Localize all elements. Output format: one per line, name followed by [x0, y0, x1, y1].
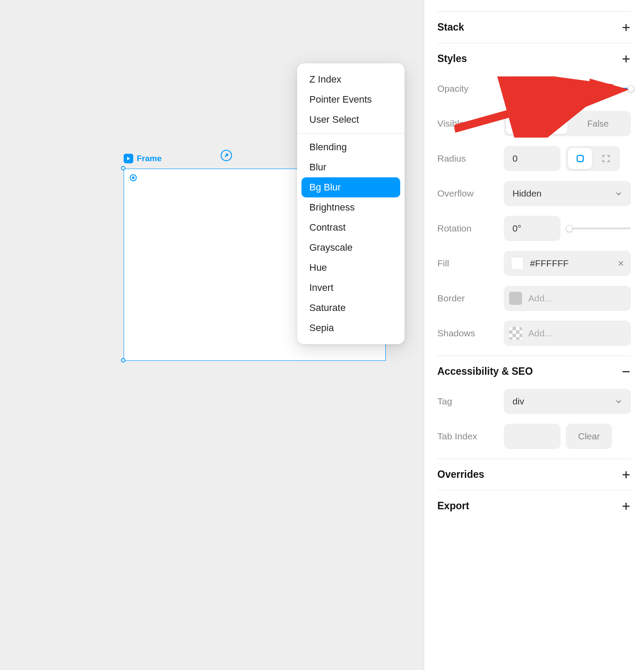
- close-icon[interactable]: ×: [618, 257, 624, 269]
- fill-value: #FFFFFF: [530, 258, 612, 269]
- resize-handle-top-left[interactable]: [121, 166, 125, 170]
- menu-item-contrast[interactable]: Contrast: [297, 218, 405, 238]
- tag-label: Tag: [437, 396, 499, 407]
- tab-index-clear-button[interactable]: Clear: [566, 424, 612, 449]
- corners-icon: [601, 154, 611, 163]
- shadows-add-button[interactable]: Add...: [504, 321, 631, 346]
- visible-toggle: True False: [504, 111, 631, 136]
- stack-title: Stack: [437, 21, 464, 33]
- accessibility-section: Accessibility & SEO Tag div Tab Index Cl…: [437, 356, 631, 459]
- rotation-row: Rotation: [437, 216, 631, 241]
- play-icon: [124, 154, 133, 163]
- tab-index-row: Tab Index Clear: [437, 424, 631, 449]
- tab-index-input[interactable]: [504, 424, 561, 449]
- rotation-label: Rotation: [437, 223, 499, 234]
- tab-index-label: Tab Index: [437, 431, 499, 442]
- styles-section: Styles Opacity Visible True False Radius: [437, 43, 631, 356]
- visible-true-button[interactable]: True: [506, 113, 568, 134]
- radius-individual-button[interactable]: [594, 148, 618, 169]
- square-icon: [575, 154, 585, 163]
- menu-item-pointer-events[interactable]: Pointer Events: [297, 90, 405, 110]
- fill-row: Fill #FFFFFF ×: [437, 251, 631, 276]
- plus-icon[interactable]: [621, 470, 631, 480]
- stack-section: Stack: [437, 12, 631, 43]
- export-section: Export: [437, 490, 631, 521]
- plus-icon[interactable]: [621, 501, 631, 511]
- plus-icon[interactable]: [621, 54, 631, 64]
- visible-row: Visible True False: [437, 111, 631, 136]
- svg-rect-0: [577, 155, 583, 162]
- radius-label: Radius: [437, 153, 499, 164]
- overrides-title: Overrides: [437, 469, 484, 480]
- fill-swatch[interactable]: [511, 257, 524, 270]
- frame-name: Frame: [137, 154, 162, 163]
- chevron-down-icon: [615, 190, 622, 197]
- plus-icon[interactable]: [621, 23, 631, 32]
- overflow-row: Overflow Hidden: [437, 181, 631, 206]
- menu-item-brightness[interactable]: Brightness: [297, 197, 405, 218]
- menu-item-user-select[interactable]: User Select: [297, 110, 405, 130]
- menu-item-z-index[interactable]: Z Index: [297, 69, 405, 90]
- radius-input[interactable]: [504, 146, 561, 171]
- styles-context-menu: Z Index Pointer Events User Select Blend…: [297, 63, 405, 344]
- minus-icon[interactable]: [621, 367, 631, 376]
- radius-all-button[interactable]: [568, 148, 592, 169]
- fill-color[interactable]: #FFFFFF ×: [504, 251, 631, 276]
- menu-item-bg-blur[interactable]: Bg Blur: [301, 177, 400, 197]
- visible-label: Visible: [437, 118, 499, 129]
- menu-item-blur[interactable]: Blur: [297, 157, 405, 177]
- overflow-value: Hidden: [512, 188, 542, 199]
- border-swatch: [509, 292, 522, 305]
- tag-select[interactable]: div: [504, 389, 631, 414]
- menu-item-sepia[interactable]: Sepia: [297, 318, 405, 338]
- menu-item-grayscale[interactable]: Grayscale: [297, 238, 405, 258]
- shadows-placeholder: Add...: [528, 328, 552, 338]
- accessibility-title: Accessibility & SEO: [437, 366, 533, 377]
- menu-item-blending[interactable]: Blending: [297, 137, 405, 157]
- rotation-slider[interactable]: [566, 224, 631, 233]
- chevron-down-icon: [615, 398, 622, 405]
- border-label: Border: [437, 293, 499, 304]
- visible-false-button[interactable]: False: [568, 113, 629, 134]
- opacity-label: Opacity: [437, 83, 499, 94]
- shadows-row: Shadows Add...: [437, 321, 631, 346]
- overflow-label: Overflow: [437, 188, 499, 199]
- target-icon[interactable]: [130, 174, 137, 181]
- radius-row: Radius: [437, 146, 631, 171]
- menu-divider: [297, 133, 405, 134]
- radius-mode-toggle: [566, 146, 620, 171]
- tag-row: Tag div: [437, 389, 631, 414]
- opacity-input[interactable]: [504, 76, 561, 101]
- menu-item-saturate[interactable]: Saturate: [297, 298, 405, 318]
- resize-handle-bottom-left[interactable]: [121, 358, 125, 363]
- export-title: Export: [437, 500, 469, 512]
- fill-label: Fill: [437, 258, 499, 269]
- border-row: Border Add...: [437, 286, 631, 311]
- tag-value: div: [512, 396, 524, 407]
- border-placeholder: Add...: [528, 293, 552, 304]
- menu-item-invert[interactable]: Invert: [297, 278, 405, 298]
- overflow-select[interactable]: Hidden: [504, 181, 631, 206]
- border-add-button[interactable]: Add...: [504, 286, 631, 311]
- menu-item-hue[interactable]: Hue: [297, 258, 405, 278]
- rotation-input[interactable]: [504, 216, 561, 241]
- opacity-row: Opacity: [437, 76, 631, 101]
- shadows-label: Shadows: [437, 328, 499, 338]
- frame-label[interactable]: Frame: [124, 154, 162, 163]
- external-link-icon[interactable]: [221, 150, 232, 161]
- styles-title: Styles: [437, 53, 467, 65]
- opacity-slider[interactable]: [566, 84, 631, 93]
- overrides-section: Overrides: [437, 459, 631, 490]
- shadows-swatch: [509, 327, 522, 340]
- properties-panel: Stack Styles Opacity Visible True False: [424, 0, 644, 670]
